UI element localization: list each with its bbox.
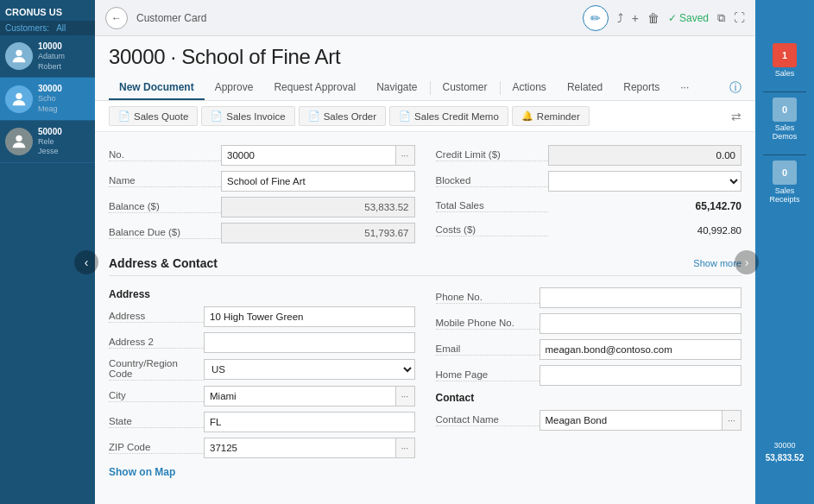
phone-input[interactable] [540,287,742,308]
field-address2: Address 2 [109,330,415,356]
no-input[interactable] [221,145,396,166]
field-contact-name: Contact Name ··· [436,407,742,433]
subtab-sales-order[interactable]: 📄 Sales Order [299,106,386,126]
rp-bottom: 30000 53,833.52 [755,441,814,463]
costs-value: 40,992.80 [548,225,742,236]
sales-label: Sales [775,69,795,78]
balance-input[interactable] [221,197,415,217]
badge-2[interactable]: 0 [773,98,797,122]
expand-icon[interactable]: ⧉ [717,11,725,25]
app-name: CRONUS US [0,0,95,21]
country-select[interactable]: US CA GB [204,359,415,380]
tab-more[interactable]: ··· [670,76,699,100]
fullscreen-icon[interactable]: ⛶ [734,11,745,24]
rp-section-3: 0 Sales Receipts [755,161,814,205]
saved-status: ✓ Saved [668,12,709,24]
add-icon[interactable]: + [632,11,639,25]
nav-next-button[interactable]: › [735,250,759,274]
form-left: No. ··· Name Balance ($) [109,142,415,246]
email-input[interactable] [540,339,742,360]
field-address: Address [109,304,415,330]
bottom-value: 53,833.52 [766,453,805,463]
tab-reports[interactable]: Reports [613,76,670,100]
field-city: City ··· [109,383,415,409]
tab-request-approval[interactable]: Request Approval [263,76,366,100]
field-homepage: Home Page [436,362,742,388]
state-input[interactable] [204,412,415,432]
mobile-input[interactable] [540,313,742,334]
address-section-title: Address & Contact [109,256,218,270]
field-email: Email [436,337,742,362]
doc-icon-2: 📄 [211,110,223,122]
menu-tabs: New Document Approve Request Approval Na… [95,76,755,101]
label-3: Sales Receipts [769,186,799,204]
no-expand-btn[interactable]: ··· [396,145,415,166]
blocked-select[interactable]: Ship Invoice All [548,171,742,192]
field-blocked: Blocked Ship Invoice All [436,168,742,194]
subtab-reminder[interactable]: 🔔 Reminder [512,106,590,126]
delete-icon[interactable]: 🗑 [647,11,659,25]
credit-limit-input[interactable] [548,145,742,166]
tab-navigate[interactable]: Navigate [366,76,427,100]
city-input[interactable] [204,386,396,406]
address-col-left: Address Address Address 2 Country/Region… [109,285,415,478]
tab-separator-2 [500,81,501,95]
doc-icon-4: 📄 [399,110,411,122]
sidebar-item-2[interactable]: 50000 Rele Jesse [0,121,95,163]
doc-icon: 📄 [118,110,130,122]
customers-nav[interactable]: Customers: All [0,21,95,35]
rp-sales-section: 1 Sales [755,43,814,79]
tab-related[interactable]: Related [557,76,613,100]
field-name: Name [109,168,415,194]
tab-new-document[interactable]: New Document [109,76,205,100]
tab-actions[interactable]: Actions [502,76,557,100]
field-total-sales: Total Sales 65,142.70 [436,194,742,218]
contact-expand-btn[interactable]: ··· [723,410,741,431]
edit-button[interactable]: ✏ [583,5,609,31]
info-icon[interactable]: ⓘ [729,80,741,96]
zip-expand-btn[interactable]: ··· [396,438,415,458]
field-balance-due: Balance Due ($) [109,220,415,246]
share-icon[interactable]: ⤴ [617,11,623,25]
top-bar: ← Customer Card ✏ ⤴ + 🗑 ✓ Saved ⧉ ⛶ [95,0,755,36]
pin-icon[interactable]: ⇄ [731,110,741,123]
bell-icon: 🔔 [521,110,533,122]
bottom-id: 30000 [773,441,795,450]
sub-tabs: 📄 Sales Quote 📄 Sales Invoice 📄 Sales Or… [95,101,755,132]
tab-approve[interactable]: Approve [205,76,264,100]
tab-separator [430,81,431,95]
sidebar-item-1[interactable]: 30000 Scho Meag [0,78,95,120]
homepage-input[interactable] [540,365,742,386]
tab-customer[interactable]: Customer [432,76,498,100]
city-expand-btn[interactable]: ··· [396,386,415,406]
badge-3[interactable]: 0 [773,161,797,185]
field-credit-limit: Credit Limit ($) [436,142,742,168]
subtab-sales-credit-memo[interactable]: 📄 Sales Credit Memo [389,106,508,126]
contact-name-input[interactable] [540,410,723,431]
svg-point-1 [16,92,22,98]
zip-input[interactable] [204,438,396,458]
subtab-sales-quote[interactable]: 📄 Sales Quote [109,106,198,126]
nav-prev-button[interactable]: ‹ [74,250,98,274]
sales-badge[interactable]: 1 [773,43,797,67]
address-input[interactable] [204,306,415,327]
avatar-2 [5,128,33,155]
show-on-map-link[interactable]: Show on Map [109,461,415,478]
back-button[interactable]: ← [105,7,128,29]
address2-input[interactable] [204,332,415,353]
field-balance: Balance ($) [109,194,415,220]
subtab-sales-invoice[interactable]: 📄 Sales Invoice [201,106,294,126]
contact-section-label: Contact [436,388,742,404]
svg-point-0 [16,50,22,56]
rp-divider-2 [763,154,806,155]
field-mobile: Mobile Phone No. [436,311,742,337]
sidebar-item-0[interactable]: 10000 Adatum Robert [0,35,95,78]
label-2: Sales Demos [773,123,798,141]
name-input[interactable] [221,171,415,192]
address-grid: Address Address Address 2 Country/Region… [109,281,741,482]
balance-due-input[interactable] [221,223,415,243]
field-state: State [109,409,415,435]
form-content: No. ··· Name Balance ($) [95,132,755,492]
page-title-bar: 30000 · School of Fine Art [95,36,755,72]
field-phone: Phone No. [436,285,742,311]
